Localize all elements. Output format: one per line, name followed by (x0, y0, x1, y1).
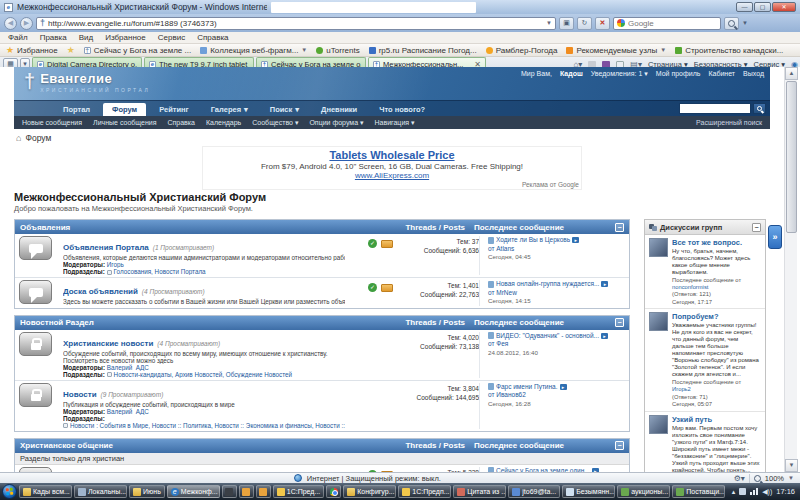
last-thread-link[interactable]: Ходите ли Вы в Церковь (496, 236, 570, 243)
profile-link[interactable]: Мой профиль (656, 70, 701, 78)
subforum-links[interactable]: Голосования, Новости Портала (114, 268, 206, 275)
volume-icon[interactable]: ◀)) (762, 488, 772, 496)
back-button[interactable]: ◀ (4, 17, 17, 30)
taskbar-item[interactable]: аукционы... (617, 485, 670, 498)
search-options-icon[interactable]: ▼ (742, 20, 748, 26)
address-dropdown-icon[interactable]: ▼ (546, 20, 552, 26)
address-field[interactable]: † ▼ (36, 17, 556, 30)
taskbar-item[interactable]: Конфигур... (343, 485, 396, 498)
username-link[interactable]: Кадош (560, 70, 583, 78)
forum-link[interactable]: Новости (63, 390, 97, 399)
last-author-link[interactable]: от Иванов62 (488, 391, 625, 400)
last-thread-link[interactable]: Новая онлайн-группа нуждается... (496, 280, 599, 287)
collapse-icon[interactable]: − (615, 441, 624, 450)
taskbar-item[interactable]: 1С:Предп... (398, 485, 451, 498)
subnav-private-messages[interactable]: Личные сообщения (93, 119, 156, 126)
last-author-link[interactable]: от Atlans (488, 245, 625, 254)
stop-button[interactable]: ✕ (595, 17, 610, 30)
forum-link[interactable]: Доска объявлений (63, 287, 138, 296)
taskbar-clock[interactable]: 17:16 (776, 487, 795, 496)
ad-title-link[interactable]: Tablets Wholesale Price (203, 149, 581, 161)
section-title[interactable]: Объявления (20, 223, 379, 232)
network-icon[interactable] (750, 488, 758, 495)
favorite-link[interactable]: Рекомендуемые узлы▼ (566, 46, 666, 55)
taskbar-item[interactable]: Цитата из ... (453, 485, 506, 498)
site-search-button[interactable] (753, 103, 766, 114)
advanced-search-link[interactable]: Расширенный поиск (696, 119, 762, 126)
search-input[interactable] (628, 19, 717, 28)
moderator-link[interactable]: Валерий_АДС (107, 408, 149, 415)
site-logo[interactable]: † Евангелие ХРИСТИАНСКИЙ ПОРТАЛ (24, 71, 150, 93)
subnav-new-messages[interactable]: Новые сообщения (22, 119, 82, 126)
taskbar-item[interactable]: Кады всм... (19, 485, 72, 498)
sidebar-expand-button[interactable]: » (768, 225, 782, 249)
favorite-link[interactable]: rp5.ru Расписание Погод... (369, 46, 477, 55)
cabinet-link[interactable]: Кабинет (708, 70, 735, 78)
refresh-button[interactable]: ↻ (577, 17, 592, 30)
search-box[interactable] (613, 17, 721, 30)
taskbar-item[interactable]: Июнь (129, 485, 165, 498)
discussion-title-link[interactable]: Все тот же вопрос. (672, 238, 761, 247)
add-favorite-icon[interactable]: ★ (67, 45, 75, 55)
tools-icon[interactable]: ⚙▾ (734, 474, 745, 483)
zoom-controls[interactable]: ⚙▾ 100% ▼ (734, 474, 794, 483)
favorite-link[interactable]: Рамблер-Погода (486, 46, 558, 55)
logout-link[interactable]: Выход (743, 70, 764, 78)
favorite-link[interactable]: Строительство канадски... (675, 46, 783, 55)
breadcrumb-forum[interactable]: Форум (25, 133, 51, 143)
goto-last-post-icon[interactable]: ▸ (601, 281, 608, 287)
forward-button[interactable]: ▶ (20, 17, 33, 30)
nav-rating[interactable]: Рейтинг (150, 103, 198, 116)
last-poster-link[interactable]: nonconformist (672, 284, 708, 290)
taskbar-item[interactable]: 1С:Пред... (273, 485, 324, 498)
compatibility-button[interactable]: ▣ (559, 17, 574, 30)
show-hidden-icons[interactable]: ▴ (732, 488, 736, 496)
subnav-calendar[interactable]: Календарь (206, 119, 241, 126)
moderator-link[interactable]: Валерий_АДС (107, 364, 149, 371)
nav-blogs[interactable]: Дневники (312, 103, 366, 116)
nav-search[interactable]: Поиск ▾ (261, 103, 308, 116)
ad-sponsor[interactable]: Реклама от Google (203, 180, 581, 189)
favorite-link[interactable]: † Сейчас у Бога на земле ... (84, 46, 192, 55)
notifications-link[interactable]: Уведомления: 1 ▾ (591, 70, 648, 78)
last-thread-link[interactable]: Фарс имени Путина. (496, 383, 558, 390)
taskbar-item[interactable]: Поставщи... (672, 485, 725, 498)
goto-last-post-icon[interactable]: ▸ (560, 384, 567, 390)
collapse-icon[interactable]: − (615, 223, 624, 232)
menu-help[interactable]: Справка (197, 33, 228, 42)
menu-edit[interactable]: Правка (40, 33, 67, 42)
nav-portal[interactable]: Портал (54, 103, 99, 116)
subforum-links[interactable]: Новости-кандидаты, Архив Новостей, Обсуж… (114, 371, 292, 378)
menu-favorites[interactable]: Избранное (105, 33, 146, 42)
tray-icon[interactable] (739, 488, 746, 495)
forum-link[interactable]: Объявления Портала (63, 243, 149, 252)
zoom-level[interactable]: 100% (765, 474, 784, 483)
maximize-button[interactable]: ▢ (754, 2, 771, 12)
last-poster-link[interactable]: Игорь2 (672, 386, 691, 392)
nav-forum[interactable]: Форум (103, 103, 146, 116)
home-icon[interactable]: ⌂ (16, 133, 21, 143)
moderator-link[interactable]: Игорь (107, 261, 124, 268)
menu-tools[interactable]: Сервис (158, 33, 185, 42)
scroll-up-icon[interactable]: ▲ (785, 67, 798, 80)
subnav-navigation[interactable]: Навигация ▾ (375, 119, 415, 127)
nav-gallery[interactable]: Галерея ▾ (202, 103, 257, 116)
last-author-link[interactable]: от Фея (488, 340, 625, 349)
start-button[interactable] (2, 484, 17, 499)
ad-url-link[interactable]: www.AliExpress.com (203, 171, 581, 180)
collapse-icon[interactable]: − (615, 318, 624, 327)
favorite-link[interactable]: uTorrents (316, 46, 359, 55)
search-button[interactable] (724, 17, 739, 30)
taskbar-item[interactable] (222, 485, 237, 498)
forum-link[interactable]: Христианские новости (63, 339, 153, 348)
menu-file[interactable]: Файл (8, 33, 28, 42)
goto-last-post-icon[interactable]: ▸ (572, 237, 579, 243)
taskbar-item-active[interactable]: eМежконф... (167, 485, 220, 498)
discussion-title-link[interactable]: Узкий путь (672, 415, 761, 424)
vertical-scrollbar[interactable]: ▲ ▼ (784, 67, 797, 472)
site-search-input[interactable] (679, 103, 751, 114)
scrollbar-thumb[interactable] (786, 81, 797, 233)
section-title[interactable]: Новостной Раздел (20, 318, 379, 327)
taskbar-item[interactable] (256, 485, 271, 498)
favorite-link[interactable]: Коллекция веб-фрагм...▼ (200, 46, 307, 55)
